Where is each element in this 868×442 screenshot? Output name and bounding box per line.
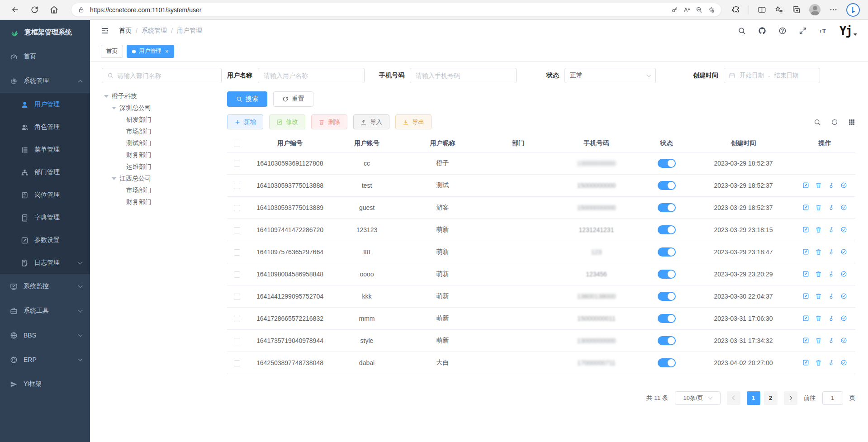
row-reset-password-icon[interactable] — [828, 359, 835, 366]
user-logo[interactable]: Yj — [840, 25, 857, 37]
row-edit-icon[interactable] — [802, 248, 809, 255]
tree-node[interactable]: 市场部门 — [102, 185, 222, 196]
row-approve-icon[interactable] — [840, 293, 847, 299]
password-key-icon[interactable] — [671, 6, 678, 13]
favorites-icon[interactable] — [775, 5, 783, 14]
row-delete-icon[interactable] — [815, 182, 822, 189]
row-reset-password-icon[interactable] — [828, 271, 835, 277]
row-reset-password-icon[interactable] — [828, 204, 835, 211]
tree-node[interactable]: 研发部门 — [102, 114, 222, 126]
navbar-search-icon[interactable] — [738, 27, 746, 35]
sidebar-item-yiframe[interactable]: Yi框架 — [0, 372, 90, 396]
sidebar-item-tool[interactable]: 系统工具 — [0, 299, 90, 323]
select-all-checkbox[interactable] — [234, 141, 240, 147]
row-approve-icon[interactable] — [840, 359, 847, 366]
row-approve-icon[interactable] — [840, 204, 847, 211]
sidebar-item-param[interactable]: 参数设置 — [0, 229, 90, 252]
page-size-select[interactable]: 10条/页 — [675, 391, 721, 405]
row-reset-password-icon[interactable] — [828, 226, 835, 233]
import-button[interactable]: 导入 — [353, 114, 389, 129]
toggle-search-icon[interactable] — [814, 119, 821, 126]
date-range-picker[interactable]: 开始日期 - 结束日期 — [724, 68, 820, 83]
search-button[interactable]: 搜索 — [227, 91, 267, 107]
row-approve-icon[interactable] — [840, 248, 847, 255]
status-toggle[interactable] — [658, 292, 676, 301]
tree-node[interactable]: 市场部门 — [102, 126, 222, 138]
status-toggle[interactable] — [658, 247, 676, 257]
row-checkbox[interactable] — [234, 360, 240, 366]
tree-node[interactable]: 财务部门 — [102, 196, 222, 208]
row-edit-icon[interactable] — [802, 182, 809, 189]
row-reset-password-icon[interactable] — [828, 293, 835, 299]
row-checkbox[interactable] — [234, 183, 240, 189]
browser-reload-icon[interactable] — [30, 5, 39, 14]
sidebar-item-dept[interactable]: 部门管理 — [0, 161, 90, 184]
status-toggle[interactable] — [658, 181, 676, 190]
row-edit-icon[interactable] — [802, 315, 809, 322]
extensions-icon[interactable] — [731, 5, 740, 14]
row-delete-icon[interactable] — [815, 315, 822, 322]
collections-icon[interactable] — [792, 5, 801, 14]
tab-home[interactable]: 首页 — [101, 45, 123, 58]
tree-node[interactable]: 江西总公司 — [102, 173, 222, 185]
row-reset-password-icon[interactable] — [828, 337, 835, 344]
department-search[interactable] — [102, 68, 222, 83]
url-text[interactable]: https://ccnetcore.com:1101/system/user — [90, 6, 666, 14]
page-button-1[interactable]: 1 — [747, 391, 760, 405]
help-icon[interactable] — [778, 27, 787, 35]
status-toggle[interactable] — [658, 314, 676, 323]
row-checkbox[interactable] — [234, 294, 240, 300]
split-screen-icon[interactable] — [758, 5, 766, 14]
zoom-out-icon[interactable] — [696, 6, 702, 13]
department-search-input[interactable] — [117, 72, 216, 79]
sidebar-item-erp[interactable]: ERP — [0, 347, 90, 372]
breadcrumb-item[interactable]: 系统管理 — [142, 27, 167, 35]
row-checkbox[interactable] — [234, 316, 240, 322]
collapse-sidebar-icon[interactable] — [101, 27, 109, 35]
row-edit-icon[interactable] — [802, 337, 809, 344]
row-checkbox[interactable] — [234, 161, 240, 167]
add-favorite-icon[interactable] — [708, 6, 715, 13]
row-reset-password-icon[interactable] — [828, 182, 835, 189]
prev-page-button[interactable] — [727, 391, 740, 405]
row-checkbox[interactable] — [234, 205, 240, 211]
status-toggle[interactable] — [658, 203, 676, 212]
row-delete-icon[interactable] — [815, 337, 822, 344]
export-button[interactable]: 导出 — [395, 114, 432, 129]
sidebar-item-role[interactable]: 角色管理 — [0, 116, 90, 138]
reset-button[interactable]: 重置 — [273, 91, 313, 107]
row-approve-icon[interactable] — [840, 271, 847, 277]
tree-node[interactable]: 测试部门 — [102, 138, 222, 149]
tree-node[interactable]: 橙子科技 — [102, 90, 222, 102]
bing-chat-icon[interactable] — [846, 3, 860, 17]
profile-avatar[interactable] — [809, 4, 821, 15]
tree-node[interactable]: 深圳总公司 — [102, 102, 222, 114]
delete-button[interactable]: 删除 — [311, 114, 347, 129]
goto-page-input[interactable] — [822, 391, 843, 405]
row-edit-icon[interactable] — [802, 271, 809, 277]
page-button-2[interactable]: 2 — [764, 391, 778, 405]
tab-close-icon[interactable]: × — [165, 48, 169, 54]
sidebar-item-log[interactable]: 日志管理 — [0, 252, 90, 274]
sidebar-item-user[interactable]: 用户管理 — [0, 93, 90, 116]
address-bar[interactable]: https://ccnetcore.com:1101/system/user — [71, 3, 721, 17]
row-delete-icon[interactable] — [815, 226, 822, 233]
row-edit-icon[interactable] — [802, 204, 809, 211]
refresh-table-icon[interactable] — [831, 119, 838, 126]
add-button[interactable]: 新增 — [227, 114, 263, 129]
browser-menu-icon[interactable] — [829, 5, 838, 14]
sidebar-item-post[interactable]: 岗位管理 — [0, 184, 90, 206]
row-edit-icon[interactable] — [802, 359, 809, 366]
browser-home-icon[interactable] — [50, 5, 58, 14]
row-delete-icon[interactable] — [815, 271, 822, 277]
breadcrumb-item[interactable]: 用户管理 — [177, 27, 202, 35]
row-checkbox[interactable] — [234, 338, 240, 344]
row-delete-icon[interactable] — [815, 248, 822, 255]
modify-button[interactable]: 修改 — [269, 114, 305, 129]
row-checkbox[interactable] — [234, 249, 240, 256]
column-settings-icon[interactable] — [848, 119, 855, 126]
row-delete-icon[interactable] — [815, 293, 822, 299]
sidebar-item-bbs[interactable]: BBS — [0, 323, 90, 347]
row-approve-icon[interactable] — [840, 337, 847, 344]
status-select[interactable]: 正常 — [564, 68, 656, 83]
